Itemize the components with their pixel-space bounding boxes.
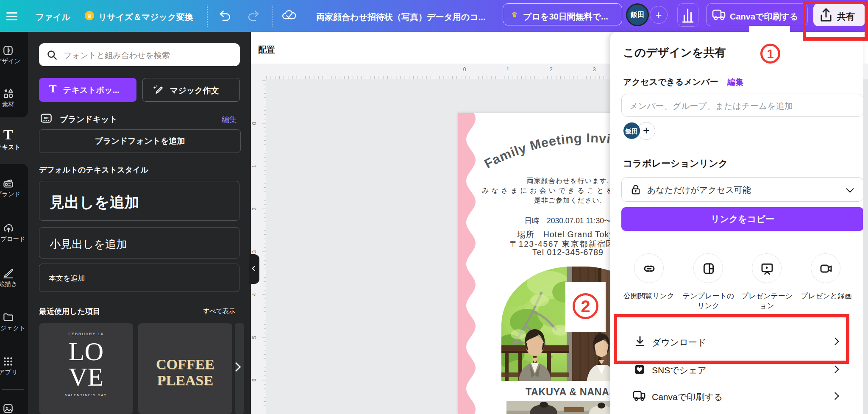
svg-text:1: 1 [506, 66, 509, 72]
svg-text:3: 3 [251, 250, 257, 253]
svg-text:Family Meeting Invit: Family Meeting Invit [482, 131, 616, 171]
svg-text:2: 2 [549, 66, 552, 72]
svg-text:5: 5 [251, 336, 257, 339]
svg-text:2: 2 [251, 207, 257, 210]
svg-text:co: co [44, 116, 49, 120]
svg-text:3: 3 [593, 66, 595, 72]
svg-text:1: 1 [251, 164, 257, 167]
svg-text:0: 0 [463, 66, 466, 72]
svg-text:4: 4 [251, 293, 257, 296]
svg-text:6: 6 [251, 378, 257, 381]
svg-text:0: 0 [251, 122, 257, 125]
